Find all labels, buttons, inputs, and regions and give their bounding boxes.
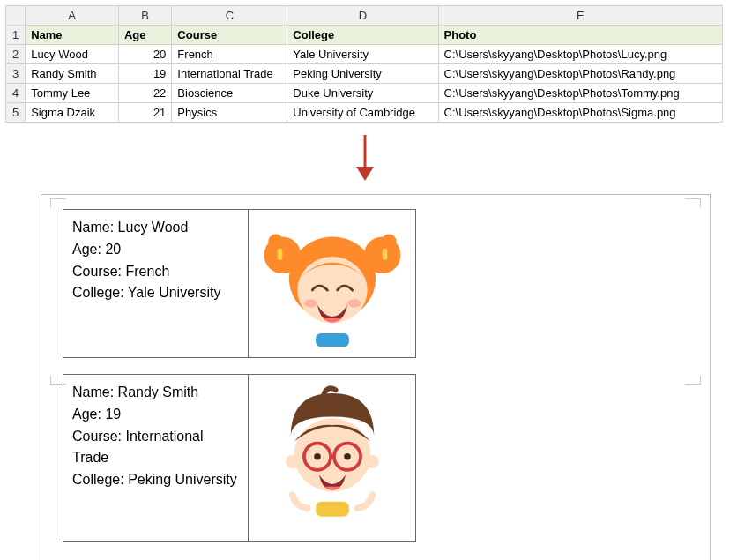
label-course: Course: [72, 264, 122, 279]
row-5[interactable]: 5 [6, 103, 26, 123]
svg-rect-21 [316, 502, 349, 517]
hdr-photo[interactable]: Photo [438, 26, 722, 45]
cell-E5[interactable]: C:\Users\skyyang\Desktop\Photos\Sigma.pn… [438, 103, 722, 123]
cell-C3[interactable]: International Trade [172, 64, 287, 84]
spreadsheet-table[interactable]: A B C D E 1 Name Age Course College Phot… [5, 5, 723, 123]
cell-C2[interactable]: French [172, 45, 287, 64]
corner-cell[interactable] [6, 6, 26, 26]
arrow-down-icon [5, 133, 725, 185]
svg-point-14 [286, 455, 299, 468]
val-age: 20 [105, 242, 121, 257]
val-college: Yale University [128, 285, 221, 300]
cell-A4[interactable]: Tommy Lee [26, 84, 119, 103]
header-row: 1 Name Age Course College Photo [6, 26, 723, 45]
svg-point-6 [381, 235, 396, 250]
cell-A5[interactable]: Sigma Dzaik [26, 103, 119, 123]
cell-D5[interactable]: University of Cambridge [287, 103, 438, 123]
cell-A2[interactable]: Lucy Wood [26, 45, 119, 64]
cell-E3[interactable]: C:\Users\skyyang\Desktop\Photos\Randy.pn… [438, 64, 722, 84]
row-2[interactable]: 2 [6, 45, 26, 64]
cell-B4[interactable]: 22 [118, 84, 171, 103]
col-D[interactable]: D [287, 6, 438, 26]
card-photo [249, 374, 416, 541]
card-info: Name: Randy Smith Age: 19 Course: Intern… [63, 374, 249, 541]
label-course: Course: [72, 429, 122, 444]
label-name: Name: [72, 220, 114, 235]
card-photo [249, 210, 416, 358]
cell-E4[interactable]: C:\Users\skyyang\Desktop\Photos\Tommy.pn… [438, 84, 722, 103]
cell-D3[interactable]: Peking University [287, 64, 438, 84]
col-A[interactable]: A [26, 6, 119, 26]
row-1[interactable]: 1 [6, 26, 26, 45]
boy-avatar-icon [257, 378, 407, 520]
cell-C4[interactable]: Bioscience [172, 84, 287, 103]
table-row: 3 Randy Smith 19 International Trade Pek… [6, 64, 723, 84]
merge-card: Name: Randy Smith Age: 19 Course: Intern… [63, 374, 416, 542]
val-name: Randy Smith [118, 385, 199, 399]
col-E[interactable]: E [438, 6, 722, 26]
cell-D2[interactable]: Yale University [287, 45, 438, 64]
cell-B2[interactable]: 20 [118, 45, 171, 64]
hdr-name[interactable]: Name [26, 26, 119, 45]
val-name: Lucy Wood [118, 220, 189, 235]
svg-point-11 [346, 299, 360, 307]
col-B[interactable]: B [118, 6, 171, 26]
cell-E2[interactable]: C:\Users\skyyang\Desktop\Photos\Lucy.png [438, 45, 722, 64]
label-age: Age: [72, 242, 101, 257]
crop-mark-icon [685, 376, 701, 385]
table-row: 5 Sigma Dzaik 21 Physics University of C… [6, 103, 723, 123]
col-header-row: A B C D E [6, 6, 723, 26]
hdr-course[interactable]: Course [172, 26, 287, 45]
hdr-age[interactable]: Age [118, 26, 171, 45]
svg-point-5 [268, 235, 283, 250]
svg-rect-7 [277, 249, 282, 260]
girl-avatar-icon [257, 213, 407, 347]
card-info: Name: Lucy Wood Age: 20 Course: French C… [63, 210, 249, 358]
table-row: 2 Lucy Wood 20 French Yale University C:… [6, 45, 723, 64]
cell-B5[interactable]: 21 [118, 103, 171, 123]
crop-mark-icon [50, 376, 66, 385]
table-row: 4 Tommy Lee 22 Bioscience Duke Universit… [6, 84, 723, 103]
svg-point-19 [314, 453, 321, 460]
svg-point-9 [297, 257, 367, 324]
cell-D4[interactable]: Duke University [287, 84, 438, 103]
svg-point-20 [344, 453, 351, 460]
cell-B3[interactable]: 19 [118, 64, 171, 84]
col-C[interactable]: C [172, 6, 287, 26]
svg-rect-12 [316, 333, 349, 347]
val-college: Peking University [128, 472, 237, 487]
label-name: Name: [72, 385, 114, 399]
cell-C5[interactable]: Physics [172, 103, 287, 123]
svg-point-15 [365, 455, 378, 468]
val-course: French [125, 264, 169, 279]
val-age: 19 [105, 407, 121, 422]
merge-card: Name: Lucy Wood Age: 20 Course: French C… [63, 209, 416, 358]
svg-rect-8 [382, 249, 387, 260]
label-college: College: [72, 472, 124, 487]
crop-mark-icon [685, 198, 701, 207]
label-age: Age: [72, 407, 101, 422]
row-4[interactable]: 4 [6, 84, 26, 103]
hdr-college[interactable]: College [287, 26, 438, 45]
crop-mark-icon [50, 198, 66, 207]
row-3[interactable]: 3 [6, 64, 26, 84]
svg-marker-1 [356, 167, 374, 181]
document-preview: Name: Lucy Wood Age: 20 Course: French C… [41, 194, 711, 560]
cell-A3[interactable]: Randy Smith [26, 64, 119, 84]
label-college: College: [72, 285, 124, 300]
svg-point-10 [303, 299, 317, 307]
